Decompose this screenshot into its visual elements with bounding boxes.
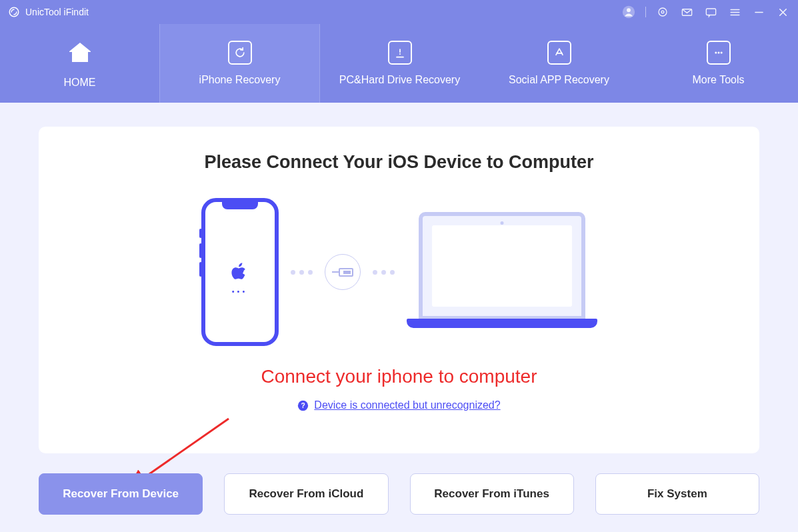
connect-card: Please Connect Your iOS Device to Comput…: [39, 127, 759, 453]
cable-icon: [325, 254, 361, 290]
recover-from-itunes-label: Recover From iTunes: [434, 487, 549, 501]
fix-system-label: Fix System: [647, 487, 707, 501]
settings-icon[interactable]: [655, 5, 670, 19]
recover-from-icloud-label: Recover From iCloud: [249, 487, 363, 501]
close-icon[interactable]: [775, 5, 790, 19]
connect-dots-right: [373, 270, 395, 275]
more-icon: [707, 41, 731, 65]
titlebar: UnicTool iFindit: [0, 0, 798, 24]
nav-home-label: HOME: [64, 77, 96, 89]
svg-point-3: [659, 8, 667, 16]
bottom-tabs: Recover From Device Recover From iCloud …: [0, 456, 798, 532]
nav-more-tools[interactable]: More Tools: [639, 24, 798, 103]
svg-point-8: [715, 52, 717, 54]
menu-icon[interactable]: [727, 5, 742, 19]
apple-logo-icon: [230, 261, 250, 283]
recover-from-itunes-button[interactable]: Recover From iTunes: [410, 473, 574, 515]
iphone-illustration: •••: [201, 198, 279, 346]
minimize-icon[interactable]: [751, 5, 766, 19]
monitor-icon: [388, 41, 412, 65]
svg-point-2: [627, 8, 631, 12]
nav-pc-recovery[interactable]: PC&Hard Drive Recovery: [320, 24, 479, 103]
nav-iphone-recovery-label: iPhone Recovery: [199, 74, 281, 86]
nav-home[interactable]: HOME: [0, 24, 159, 103]
nav-pc-recovery-label: PC&Hard Drive Recovery: [339, 74, 460, 86]
svg-text:?: ?: [301, 401, 305, 409]
svg-point-10: [720, 52, 722, 54]
svg-point-9: [717, 52, 719, 54]
recover-from-device-label: Recover From Device: [63, 487, 179, 501]
recover-from-icloud-button[interactable]: Recover From iCloud: [224, 473, 388, 515]
connect-dots-left: [291, 270, 313, 275]
help-link[interactable]: Device is connected but unrecognized?: [314, 399, 500, 411]
laptop-illustration: [407, 212, 597, 332]
main-nav: HOME iPhone Recovery PC&Hard Drive Recov…: [0, 24, 798, 103]
fix-system-button[interactable]: Fix System: [595, 473, 759, 515]
titlebar-divider: [645, 7, 646, 17]
svg-point-0: [9, 7, 19, 17]
svg-point-4: [661, 11, 664, 13]
home-icon: [65, 38, 95, 67]
app-title: UnicTool iFindit: [25, 7, 89, 17]
mail-icon[interactable]: [679, 5, 694, 19]
svg-rect-6: [706, 8, 715, 14]
svg-point-7: [399, 53, 401, 55]
annotation-text: Connect your iphone to computer: [261, 366, 537, 387]
app-store-icon: [547, 41, 571, 65]
nav-more-tools-label: More Tools: [693, 74, 745, 86]
recover-from-device-button[interactable]: Recover From Device: [39, 473, 203, 515]
nav-social-recovery[interactable]: Social APP Recovery: [479, 24, 639, 103]
chat-icon[interactable]: [703, 5, 718, 19]
nav-iphone-recovery[interactable]: iPhone Recovery: [159, 24, 320, 103]
account-icon[interactable]: [621, 5, 636, 19]
app-logo-icon: [8, 6, 20, 18]
page-heading: Please Connect Your iOS Device to Comput…: [204, 152, 593, 173]
nav-social-recovery-label: Social APP Recovery: [509, 74, 609, 86]
device-illustration: •••: [201, 198, 597, 346]
help-icon: ?: [297, 400, 309, 411]
loading-dots-icon: •••: [232, 287, 248, 295]
refresh-icon: [228, 41, 252, 65]
